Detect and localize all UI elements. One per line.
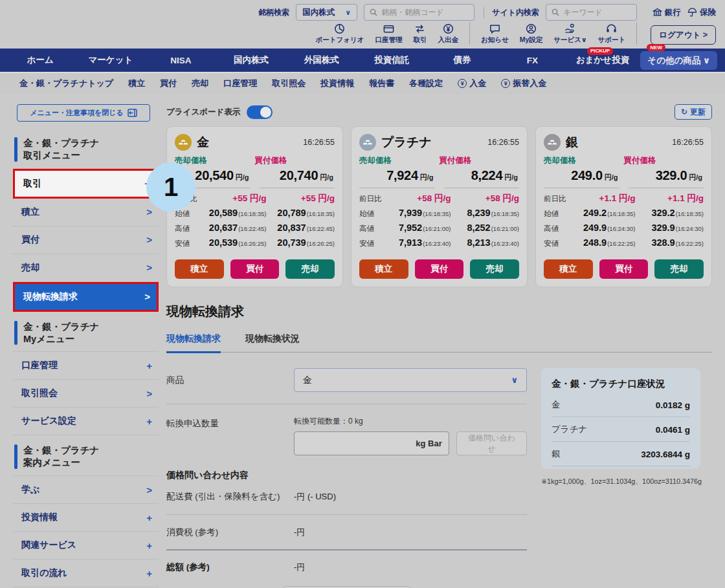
top-header: 銘柄検索 国内株式 ∨ サイト内検索 銀行 保険 ポートフォリオ — [0, 0, 725, 49]
yen-circle-icon: ¥ — [501, 79, 510, 88]
quantity-input[interactable] — [301, 439, 416, 449]
sidebar-item-learn[interactable]: 学ぶ > — [13, 476, 159, 504]
sell-price-label: 売却価格 — [359, 155, 440, 166]
symbol-search-label: 銘柄検索 — [258, 7, 289, 18]
subnav-deposit[interactable]: ¥ 入金 — [458, 78, 486, 89]
quick-link-deposit[interactable]: 入出金 — [438, 23, 458, 45]
nav-domestic-stock[interactable]: 国内株式 — [216, 54, 287, 66]
tsumitate-button[interactable]: 積立 — [175, 259, 224, 279]
quick-link-services[interactable]: サービス∨ — [553, 23, 586, 45]
symbol-category-select[interactable]: 国内株式 ∨ — [296, 4, 357, 21]
quick-link-account[interactable]: 口座管理 — [375, 23, 402, 45]
nav-omakase-invest[interactable]: PICKUP おまかせ投資 — [568, 54, 638, 66]
buy-button[interactable]: 買付 — [230, 259, 280, 279]
sidebar-item-trade-inquiry[interactable]: 取引照会 > — [13, 380, 159, 408]
sell-price: 249.0円/g — [544, 166, 619, 188]
priceboard-toggle[interactable] — [247, 105, 273, 119]
nav-other-products[interactable]: NEW その他の商品 ∨ — [640, 51, 717, 70]
metal-title: 金 — [197, 134, 209, 151]
quick-link-my-settings[interactable]: My設定 — [520, 23, 543, 45]
subnav-purchase[interactable]: 買付 — [160, 78, 177, 89]
account-row-gold: 金 0.0182 g — [552, 393, 690, 417]
tab-physical-conversion-request[interactable]: 現物転換請求 — [166, 333, 221, 353]
plus-icon: + — [146, 512, 152, 523]
buy-button[interactable]: 買付 — [599, 259, 649, 279]
close-menu-button[interactable]: メニュー・注意事項を閉じる — [17, 104, 150, 122]
product-label: 商品 — [166, 375, 294, 386]
tsumitate-button[interactable]: 積立 — [544, 259, 593, 279]
quick-link-portfolio[interactable]: ポートフォリオ — [315, 23, 364, 45]
sidebar-item-tsumitate[interactable]: 積立 > — [13, 199, 159, 226]
account-status-panel: 金・銀・プラチナ口座状況 金 0.0182 g プラチナ 0.0461 g 銀 … — [541, 368, 700, 469]
subnav-transfer-deposit[interactable]: ¥ 振替入金 — [501, 78, 546, 89]
tsumitate-button[interactable]: 積立 — [359, 259, 408, 279]
nav-home[interactable]: ホーム — [5, 54, 76, 66]
sidebar-item-trade-flow[interactable]: 取引の流れ + — [13, 560, 159, 587]
product-select[interactable]: 金 ∨ — [294, 368, 527, 392]
nav-foreign-stock[interactable]: 外国株式 — [286, 54, 357, 66]
quick-link-trade[interactable]: 取引 — [413, 23, 427, 45]
buy-price-label: 買付価格 — [624, 155, 704, 166]
quantity-input-box: kg Bar — [294, 431, 449, 455]
subnav-sell[interactable]: 売却 — [192, 78, 208, 89]
nav-bonds[interactable]: 債券 — [427, 54, 498, 66]
subnav-tsumitate[interactable]: 積立 — [128, 78, 145, 89]
low-row: 安値 7,913(16:23:40) 8,213(16:23:40) — [359, 237, 519, 252]
nav-nisa[interactable]: NISA — [146, 56, 216, 65]
symbol-search-input[interactable] — [381, 8, 469, 17]
subnav-reports[interactable]: 報告書 — [369, 78, 394, 89]
conversion-form: 商品 金 ∨ 転換申込数量 転換可能数量：0 kg kg Ba — [166, 368, 527, 588]
subnav-investment-info[interactable]: 投資情報 — [320, 78, 354, 89]
headset-icon — [605, 23, 618, 35]
sidebar-item-related-services[interactable]: 関連サービス + — [13, 532, 159, 560]
bank-link[interactable]: 銀行 — [652, 7, 681, 18]
sidebar-section-my-menu: 金・銀・プラチナ Myメニュー — [14, 321, 159, 345]
page-title: 現物転換請求 — [166, 303, 712, 320]
tab-physical-conversion-status[interactable]: 現物転換状況 — [245, 333, 300, 352]
swap-arrows-icon — [414, 23, 426, 35]
priceboard-header: プライスボード表示 ↻ 更新 — [166, 103, 712, 121]
site-search-box — [546, 4, 637, 21]
price-inquiry-button[interactable]: 価格問い合わせ — [456, 431, 527, 455]
sidebar-item-sell[interactable]: 売却 > — [13, 254, 159, 282]
sidebar-item-trade[interactable]: 取引 − — [13, 169, 159, 199]
sidebar-item-account-management[interactable]: 口座管理 + — [13, 352, 159, 380]
sidebar-item-purchase[interactable]: 買付 > — [13, 226, 159, 254]
sell-price: 7,924円/g — [359, 166, 435, 188]
refresh-button[interactable]: ↻ 更新 — [675, 104, 712, 120]
metal-title: プラチナ — [381, 134, 432, 151]
site-search-input[interactable] — [563, 8, 631, 17]
sidebar-item-service-settings[interactable]: サービス設定 + — [13, 408, 159, 435]
collapse-panel-icon — [128, 109, 137, 117]
subnav-gold-top[interactable]: 金・銀・プラチナトップ — [19, 78, 113, 89]
subnav-trade-inquiry[interactable]: 取引照会 — [272, 78, 306, 89]
quote-time: 16:26:55 — [672, 138, 704, 147]
yen-circle-icon: ¥ — [458, 79, 467, 88]
logout-button[interactable]: ログアウト > — [651, 25, 716, 45]
umbrella-icon — [687, 8, 697, 17]
sell-button[interactable]: 売却 — [285, 259, 335, 279]
account-status-title: 金・銀・プラチナ口座状況 — [552, 378, 690, 390]
refresh-icon: ↻ — [681, 107, 687, 116]
subnav-account-management[interactable]: 口座管理 — [223, 78, 257, 89]
buy-button[interactable]: 買付 — [415, 259, 464, 279]
account-row-platinum: プラチナ 0.0461 g — [552, 417, 690, 442]
chevron-right-icon: > — [146, 262, 152, 273]
nav-market[interactable]: マーケット — [76, 54, 146, 66]
silver-ingot-icon — [544, 134, 561, 151]
quick-link-notice[interactable]: お知らせ — [481, 23, 509, 45]
total-label: 総額 (参考) — [166, 561, 294, 573]
chevron-right-icon: > — [146, 388, 152, 399]
insurance-link[interactable]: 保険 — [687, 7, 716, 18]
quick-link-support[interactable]: サポート — [598, 23, 626, 45]
sidebar-section-guide-menu: 金・銀・プラチナ 案内メニュー — [14, 444, 159, 469]
sidebar-item-physical-conversion[interactable]: 現物転換請求 > — [13, 282, 159, 312]
sell-button[interactable]: 売却 — [470, 259, 519, 279]
nav-investment-trust[interactable]: 投資信託 — [357, 54, 427, 66]
subnav-settings[interactable]: 各種設定 — [409, 78, 443, 89]
sell-button[interactable]: 売却 — [654, 259, 704, 279]
sidebar-item-investment-info[interactable]: 投資情報 + — [13, 504, 159, 532]
yen-circle-icon — [442, 23, 454, 35]
nav-fx[interactable]: FX — [497, 56, 568, 65]
divider — [166, 404, 527, 404]
